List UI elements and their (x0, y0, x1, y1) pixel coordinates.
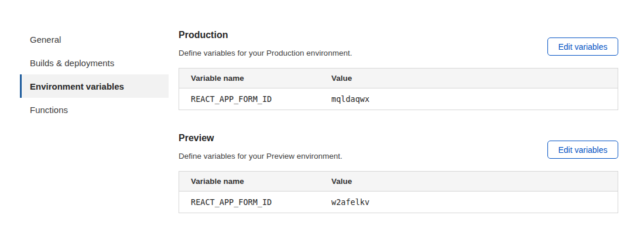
sidebar-item-environment-variables[interactable]: Environment variables (20, 74, 169, 98)
column-header-value: Value (320, 172, 618, 191)
column-header-variable-name: Variable name (179, 69, 320, 88)
variable-value-cell: mqldaqwx (320, 88, 618, 110)
variable-name-cell: REACT_APP_FORM_ID (179, 88, 320, 110)
production-section: Production Define variables for your Pro… (179, 29, 618, 110)
table-row: REACT_APP_FORM_ID w2afelkv (179, 192, 618, 213)
preview-section: Preview Define variables for your Previe… (179, 132, 618, 213)
environment-variables-panel: Production Define variables for your Pro… (179, 29, 618, 213)
sidebar-item-functions[interactable]: Functions (20, 98, 169, 121)
table-header-row: Variable name Value (179, 172, 618, 192)
production-variables-table: Variable name Value REACT_APP_FORM_ID mq… (179, 68, 618, 110)
table-header-row: Variable name Value (179, 69, 618, 88)
sidebar-item-general[interactable]: General (20, 28, 169, 51)
column-header-value: Value (320, 69, 618, 88)
preview-edit-variables-button[interactable]: Edit variables (547, 141, 618, 159)
preview-variables-table: Variable name Value REACT_APP_FORM_ID w2… (179, 171, 618, 213)
production-edit-variables-button[interactable]: Edit variables (547, 37, 618, 56)
variable-value-cell: w2afelkv (320, 192, 618, 213)
table-row: REACT_APP_FORM_ID mqldaqwx (179, 88, 618, 110)
variable-name-cell: REACT_APP_FORM_ID (179, 192, 320, 213)
column-header-variable-name: Variable name (179, 172, 320, 191)
settings-sidebar: General Builds & deployments Environment… (20, 28, 169, 121)
sidebar-item-builds-deployments[interactable]: Builds & deployments (20, 51, 169, 74)
